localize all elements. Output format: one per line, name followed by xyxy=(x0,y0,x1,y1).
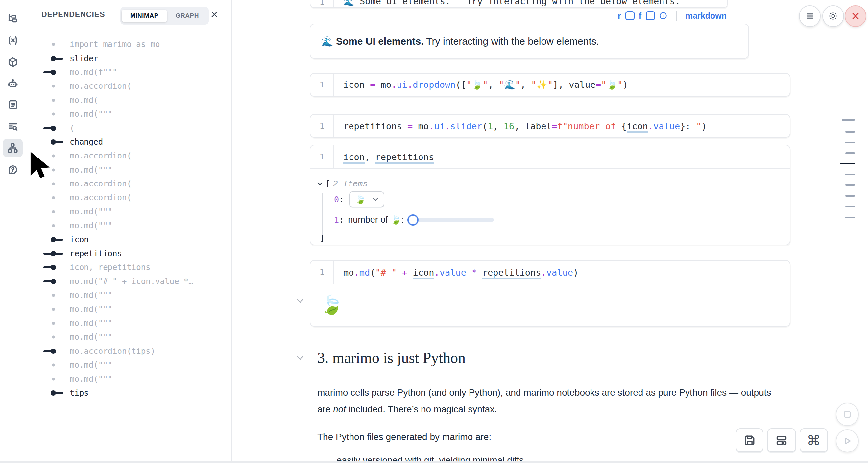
fstring-checkbox[interactable] xyxy=(646,11,655,21)
minimap-item[interactable]: mo.md( xyxy=(26,93,231,107)
toolbar-divider xyxy=(676,10,677,21)
dependencies-title: DEPENDENCIES xyxy=(41,10,105,19)
ai-assistant-icon[interactable] xyxy=(3,75,23,93)
dot-glyph-icon xyxy=(41,205,70,219)
minimap-item-label: mo.md(""" xyxy=(70,165,113,175)
fstring-label: f xyxy=(639,11,642,21)
minimap-cell-mark[interactable] xyxy=(845,217,855,218)
minimap-cell-mark[interactable] xyxy=(845,142,855,143)
run-button[interactable] xyxy=(836,429,859,453)
variables-icon[interactable] xyxy=(3,31,23,50)
snippets-search-icon[interactable] xyxy=(3,117,23,136)
minimap-cell-mark[interactable] xyxy=(845,174,855,175)
minimap-item[interactable]: tips xyxy=(26,386,231,400)
dependencies-icon[interactable] xyxy=(3,139,23,157)
code-line[interactable]: icon = mo.ui.dropdown(["🍃", "🌊", "✨"], v… xyxy=(334,80,628,90)
minimap-item-label: mo.md(""" xyxy=(70,374,113,384)
minimap-item[interactable]: mo.accordion( xyxy=(26,191,231,205)
minimap-item[interactable]: ( xyxy=(26,121,231,135)
line-number: 1 xyxy=(310,74,334,96)
minimap-item[interactable]: mo.md(""" xyxy=(26,358,231,372)
slider-track[interactable] xyxy=(412,218,494,222)
notebook-menu-button[interactable] xyxy=(799,5,820,27)
minimap-item[interactable]: mo.md(""" xyxy=(26,372,231,386)
minimap-item-label: mo.accordion( xyxy=(70,82,131,91)
minimap-item[interactable]: mo.md(""" xyxy=(26,302,231,316)
footer-edge xyxy=(0,461,868,463)
reactive-label: r xyxy=(618,11,621,21)
code-line[interactable]: icon, repetitions xyxy=(334,152,434,162)
minimap-item-label: mo.accordion(tips) xyxy=(70,347,155,356)
minimap-item-label: mo.accordion( xyxy=(70,151,131,160)
dot-glyph-icon xyxy=(41,372,70,386)
minimap-cell-mark[interactable] xyxy=(845,206,855,208)
minimap-item[interactable]: mo.md(""" xyxy=(26,205,231,219)
code-line[interactable]: mo.md("# " + icon.value * repetitions.va… xyxy=(334,267,578,278)
scroll-minimap[interactable] xyxy=(838,115,858,224)
code-line[interactable]: repetitions = mo.ui.slider(1, 16, label=… xyxy=(334,121,707,131)
minimap-item[interactable]: repetitions xyxy=(26,247,231,260)
minimap-item[interactable]: mo.md(""" xyxy=(26,330,231,344)
cell-repetitions-slider[interactable]: 1 repetitions = mo.ui.slider(1, 16, labe… xyxy=(310,114,790,138)
bracket-open: [ xyxy=(326,179,331,188)
tab-minimap[interactable]: MINIMAP xyxy=(122,9,167,22)
section-collapse-chevron[interactable] xyxy=(297,356,304,362)
minimap-cell-mark[interactable] xyxy=(845,195,855,197)
ref-glyph-icon xyxy=(41,275,70,288)
icon-dropdown-select[interactable]: 🍃 xyxy=(349,191,384,207)
packages-icon[interactable] xyxy=(3,53,23,71)
section-heading: 3. marimo is just Python xyxy=(317,349,466,367)
minimap-item[interactable]: mo.md(""" xyxy=(26,107,231,121)
minimap-cell-mark[interactable] xyxy=(840,163,855,164)
cell-icon-dropdown[interactable]: 1 icon = mo.ui.dropdown(["🍃", "🌊", "✨"],… xyxy=(310,73,790,97)
minimap-item-label: changed xyxy=(70,137,103,147)
save-icon xyxy=(743,434,756,446)
output-collapse-chevron[interactable] xyxy=(297,299,304,305)
minimap-item[interactable]: icon, repetitions xyxy=(26,260,231,274)
settings-button[interactable] xyxy=(822,5,844,27)
line-number: 1 xyxy=(310,261,334,284)
save-button[interactable] xyxy=(736,429,764,452)
view-toggle: MINIMAP GRAPH xyxy=(120,7,209,25)
tree-collapse-icon[interactable] xyxy=(317,182,323,186)
md-intro-output: 🌊 Some UI elements. Try interacting with… xyxy=(310,24,749,59)
minimap-item[interactable]: mo.accordion(tips) xyxy=(26,344,231,358)
slider-thumb[interactable] xyxy=(407,214,418,225)
logs-icon[interactable] xyxy=(3,95,23,114)
interrupt-button[interactable] xyxy=(836,403,859,426)
minimap-cell-mark[interactable] xyxy=(845,131,855,132)
bracket-close: ] xyxy=(319,234,324,243)
minimap-cell-mark[interactable] xyxy=(842,119,855,121)
keyboard-shortcuts-button[interactable]: ⌘ xyxy=(800,429,828,452)
layout-select-button[interactable] xyxy=(767,429,796,452)
code-line[interactable]: 🌊 Some UI elements. Try interacting with… xyxy=(334,0,680,7)
tab-graph[interactable]: GRAPH xyxy=(167,9,208,22)
def-glyph-icon xyxy=(41,386,70,400)
minimap-item[interactable]: import marimo as mo xyxy=(26,37,231,51)
minimap-item[interactable]: mo.md(f""" xyxy=(26,65,231,79)
wave-emoji: 🌊 xyxy=(321,36,336,47)
minimap-cell-mark[interactable] xyxy=(845,184,855,186)
info-icon[interactable] xyxy=(659,12,667,20)
help-icon[interactable] xyxy=(3,160,23,179)
minimap-cell-mark[interactable] xyxy=(845,152,855,154)
close-panel-button[interactable] xyxy=(207,7,222,22)
shutdown-button[interactable] xyxy=(845,5,866,27)
minimap-item[interactable]: mo.accordion( xyxy=(26,79,231,93)
minimap-item[interactable]: mo.md(""" xyxy=(26,219,231,233)
minimap-item[interactable]: mo.md(""" xyxy=(26,316,231,330)
minimap-item[interactable]: changed xyxy=(26,135,231,149)
language-toggle[interactable]: markdown xyxy=(685,11,726,21)
reactive-checkbox[interactable] xyxy=(625,11,634,21)
minimap-item[interactable]: icon xyxy=(26,233,231,246)
minimap-item-label: tips xyxy=(70,388,89,398)
minimap-item[interactable]: mo.md(""" xyxy=(26,288,231,302)
cell-tuple[interactable]: 1 icon, repetitions [ 2 Items 0: 🍃 1: nu… xyxy=(310,145,790,245)
minimap-item[interactable]: mo.md("# " + icon.value *… xyxy=(26,275,231,288)
cell-md-h1[interactable]: 1 mo.md("# " + icon.value * repetitions.… xyxy=(310,260,790,327)
file-tree-icon[interactable] xyxy=(3,10,23,28)
minimap-item[interactable]: slider xyxy=(26,51,231,65)
ref-glyph-icon xyxy=(41,344,70,358)
ref-glyph-icon xyxy=(41,65,70,79)
cell-md-intro-editor[interactable]: 1 🌊 Some UI elements. Try interacting wi… xyxy=(310,0,728,8)
